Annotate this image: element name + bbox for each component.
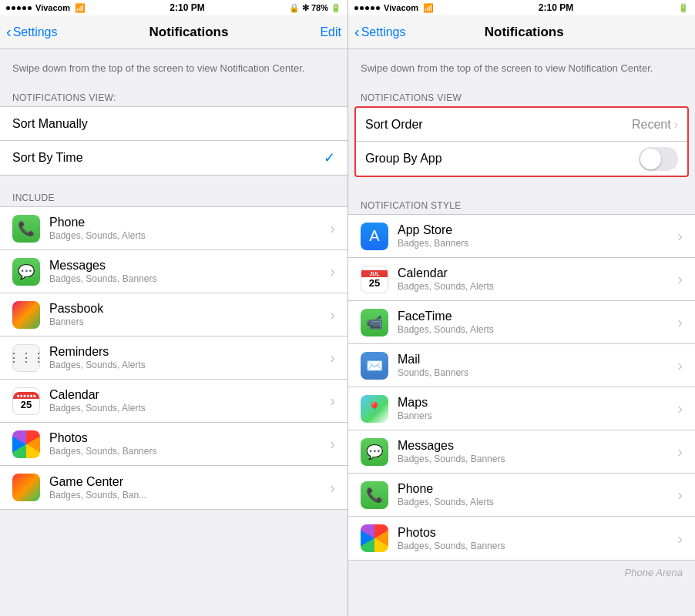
gamecenter-app-icon — [12, 474, 40, 501]
appstore-icon: A — [361, 223, 388, 250]
mail-chevron-icon — [677, 357, 683, 374]
right-status-bar: Vivacom 📶 2:10 PM 🔋 — [348, 0, 695, 15]
phone-icon-right: 📞 — [361, 481, 388, 509]
photos-app-subtitle-left: Badges, Sounds, Banners — [49, 446, 330, 457]
passbook-chevron-icon — [330, 306, 335, 323]
reminders-app-name: Reminders — [49, 345, 330, 359]
calendar-chevron-icon-left — [330, 392, 335, 410]
photos-chevron-icon-left — [330, 435, 335, 453]
photos-app-name-left: Photos — [49, 431, 330, 445]
app-item-phone-right[interactable]: 📞 Phone Badges, Sounds, Alerts — [348, 474, 695, 517]
photos-app-icon-left — [12, 430, 40, 458]
photos-icon-right — [361, 524, 388, 552]
left-sort-options: Sort Manually Sort By Time ✓ — [0, 106, 348, 176]
app-item-calendar-right[interactable]: JUL 25 Calendar Badges, Sounds, Alerts — [348, 258, 695, 301]
left-status-carrier: Vivacom 📶 — [6, 3, 86, 13]
mail-subtitle: Sounds, Banners — [398, 367, 677, 378]
spacer-right-1 — [348, 183, 695, 196]
right-notif-view-header: NOTIFICATIONS VIEW — [348, 88, 695, 106]
app-item-phone[interactable]: 📞 Phone Badges, Sounds, Alerts — [0, 207, 348, 250]
app-item-passbook[interactable]: Passbook Banners — [0, 293, 348, 336]
mail-icon: ✉️ — [361, 352, 388, 380]
photos-subtitle-right: Badges, Sounds, Banners — [398, 541, 677, 551]
left-app-list: 📞 Phone Badges, Sounds, Alerts 💬 Message… — [0, 206, 348, 510]
highlighted-options-section: Sort Order Recent › Group By App — [354, 106, 689, 177]
phone-info-right: Phone Badges, Sounds, Alerts — [398, 482, 677, 507]
messages-app-info: Messages Badges, Sounds, Banners — [49, 259, 330, 284]
right-status-carrier: Vivacom 📶 — [354, 3, 434, 13]
group-by-label: Group By App — [365, 152, 639, 166]
messages-info-right: Messages Badges, Sounds, Banners — [398, 439, 677, 464]
passbook-app-icon — [12, 301, 40, 329]
sort-order-value: Recent — [632, 118, 671, 132]
phone-app-name: Phone — [49, 216, 330, 229]
reminders-app-icon: ⋮⋮⋮ — [12, 344, 40, 372]
right-app-list: A App Store Badges, Banners JUL 25 Calen… — [348, 214, 695, 561]
reminders-app-subtitle: Badges, Sounds, Alerts — [49, 360, 330, 370]
calendar-app-icon-left: ●●●●●● 25 — [12, 387, 40, 415]
reminders-chevron-icon — [330, 349, 335, 367]
maps-chevron-icon — [677, 400, 683, 417]
sort-manually-label: Sort Manually — [12, 117, 335, 131]
right-notif-style-header: NOTIFICATION STYLE — [348, 196, 695, 214]
right-nav-bar: ‹ Settings Notifications — [348, 15, 695, 49]
phone-app-subtitle: Badges, Sounds, Alerts — [49, 230, 330, 241]
right-status-right: 🔋 — [678, 3, 689, 13]
app-item-mail[interactable]: ✉️ Mail Sounds, Banners — [348, 344, 695, 387]
gamecenter-chevron-icon — [330, 479, 335, 497]
toggle-knob — [640, 149, 661, 169]
left-status-bar: Vivacom 📶 2:10 PM 🔒 ✻ 78% 🔋 — [0, 0, 348, 15]
maps-icon: 📍 — [361, 395, 388, 423]
facetime-chevron-icon — [677, 313, 683, 331]
photos-app-info-left: Photos Badges, Sounds, Banners — [49, 431, 330, 457]
right-description: Swipe down from the top of the screen to… — [348, 49, 695, 88]
calendar-app-info-left: Calendar Badges, Sounds, Alerts — [49, 388, 330, 413]
app-item-messages-right[interactable]: 💬 Messages Badges, Sounds, Banners — [348, 430, 695, 474]
photos-chevron-icon-right — [677, 530, 683, 547]
appstore-subtitle: Badges, Banners — [398, 238, 677, 249]
calendar-app-name-right: Calendar — [398, 266, 677, 280]
app-item-photos-right[interactable]: Photos Badges, Sounds, Banners — [348, 517, 695, 560]
sort-manually-item[interactable]: Sort Manually — [0, 107, 348, 141]
photos-name-right: Photos — [398, 526, 677, 540]
left-screen: Vivacom 📶 2:10 PM 🔒 ✻ 78% 🔋 ‹ Settings N… — [0, 0, 348, 616]
app-item-messages[interactable]: 💬 Messages Badges, Sounds, Banners — [0, 250, 348, 293]
group-by-toggle[interactable] — [639, 147, 678, 171]
messages-app-name: Messages — [49, 259, 330, 273]
messages-icon-right: 💬 — [361, 438, 388, 466]
app-item-calendar-left[interactable]: ●●●●●● 25 Calendar Badges, Sounds, Alert… — [0, 380, 348, 423]
sort-order-item[interactable]: Sort Order Recent › — [356, 108, 687, 142]
sort-by-time-label: Sort By Time — [12, 151, 324, 165]
messages-app-subtitle: Badges, Sounds, Banners — [49, 273, 330, 284]
photos-info-right: Photos Badges, Sounds, Banners — [398, 526, 677, 551]
appstore-name: App Store — [398, 223, 677, 237]
app-item-photos-left[interactable]: Photos Badges, Sounds, Banners — [0, 423, 348, 466]
passbook-app-info: Passbook Banners — [49, 302, 330, 327]
passbook-app-subtitle: Banners — [49, 316, 330, 327]
phone-app-icon: 📞 — [12, 215, 40, 243]
phone-app-info: Phone Badges, Sounds, Alerts — [49, 216, 330, 241]
left-nav-bar: ‹ Settings Notifications Edit — [0, 15, 348, 49]
passbook-app-name: Passbook — [49, 302, 330, 316]
phone-chevron-icon — [330, 219, 335, 237]
app-item-appstore[interactable]: A App Store Badges, Banners — [348, 215, 695, 258]
facetime-subtitle: Badges, Sounds, Alerts — [398, 324, 677, 335]
facetime-name: FaceTime — [398, 310, 677, 323]
right-status-time: 2:10 PM — [539, 2, 573, 13]
app-item-facetime[interactable]: 📹 FaceTime Badges, Sounds, Alerts — [348, 301, 695, 344]
calendar-chevron-icon-right — [677, 270, 683, 288]
app-item-reminders[interactable]: ⋮⋮⋮ Reminders Badges, Sounds, Alerts — [0, 336, 348, 380]
app-item-gamecenter[interactable]: Game Center Badges, Sounds, Ban... — [0, 466, 348, 509]
group-by-app-item[interactable]: Group By App — [356, 142, 687, 176]
appstore-chevron-icon — [677, 227, 683, 245]
right-back-button[interactable]: ‹ Settings — [354, 23, 405, 41]
left-edit-button[interactable]: Edit — [320, 25, 341, 39]
left-back-button[interactable]: ‹ Settings — [6, 23, 57, 41]
right-screen: Vivacom 📶 2:10 PM 🔋 ‹ Settings Notificat… — [348, 0, 695, 616]
sort-by-time-item[interactable]: Sort By Time ✓ — [0, 141, 348, 175]
messages-app-icon: 💬 — [12, 258, 40, 286]
checkmark-icon: ✓ — [324, 149, 335, 166]
sort-order-chevron-icon: › — [674, 118, 678, 132]
app-item-maps[interactable]: 📍 Maps Banners — [348, 387, 695, 430]
right-nav-title: Notifications — [485, 25, 564, 40]
